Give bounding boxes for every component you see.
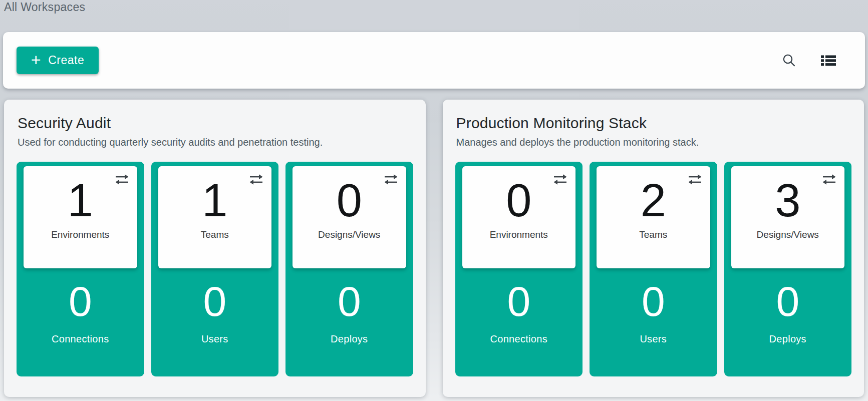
stat-value: 0 [69, 280, 92, 322]
toolbar-actions [779, 51, 839, 71]
plus-icon: + [31, 51, 41, 68]
stat-tile-designs-deploys[interactable]: 3 Designs/Views 0 Deploys [724, 162, 852, 376]
stat-value: 0 [506, 177, 531, 224]
workspace-description: Used for conducting quarterly security a… [18, 137, 413, 148]
stat-tile-top: 2 Teams [597, 166, 710, 268]
workspace-card-production-monitoring-stack[interactable]: Production Monitoring Stack Manages and … [443, 100, 864, 397]
stat-tile-bottom: 0 Connections [17, 268, 144, 376]
stat-label: Teams [201, 229, 229, 240]
stat-value: 0 [203, 280, 226, 322]
swap-horizontal-icon[interactable] [383, 173, 399, 188]
stat-tile-top: 0 Environments [462, 166, 576, 268]
stat-value: 0 [642, 280, 665, 322]
stat-label: Teams [639, 229, 667, 240]
swap-horizontal-icon[interactable] [687, 173, 703, 188]
stat-tile-bottom: 0 Deploys [724, 268, 852, 376]
stat-label: Environments [490, 229, 548, 240]
stat-value: 1 [68, 177, 93, 224]
stat-tile-teams-users[interactable]: 1 Teams 0 Users [151, 162, 279, 376]
stat-label: Designs/Views [318, 229, 380, 240]
stat-label: Deploys [331, 333, 368, 345]
stat-value: 2 [641, 177, 666, 224]
list-view-icon[interactable] [818, 52, 839, 70]
stat-label: Designs/Views [757, 229, 819, 240]
workspace-card-grid: Security Audit Used for conducting quart… [4, 100, 864, 397]
create-button-label: Create [48, 54, 84, 67]
stat-value: 3 [775, 177, 800, 224]
stat-label: Deploys [769, 333, 806, 345]
stat-tile-top: 0 Designs/Views [293, 166, 406, 268]
swap-horizontal-icon[interactable] [114, 173, 130, 188]
stat-tile-teams-users[interactable]: 2 Teams 0 Users [590, 162, 717, 376]
workspace-card-security-audit[interactable]: Security Audit Used for conducting quart… [4, 100, 426, 397]
workspaces-toolbar: + Create [3, 32, 865, 89]
stat-tile-top: 3 Designs/Views [731, 166, 845, 268]
stat-value: 1 [202, 177, 227, 224]
stat-value: 0 [507, 280, 530, 322]
stat-tile-bottom: 0 Deploys [285, 268, 413, 376]
create-workspace-button[interactable]: + Create [17, 47, 99, 74]
stat-tiles: 1 Environments 0 Connections [17, 162, 413, 376]
stat-tile-environments-connections[interactable]: 1 Environments 0 Connections [17, 162, 144, 376]
stat-tile-top: 1 Teams [158, 166, 272, 268]
stat-tile-bottom: 0 Connections [455, 268, 583, 376]
workspace-description: Manages and deploys the production monit… [456, 137, 852, 148]
stat-label: Connections [52, 333, 109, 345]
stat-value: 0 [338, 280, 361, 322]
stat-tile-bottom: 0 Users [151, 268, 279, 376]
swap-horizontal-icon[interactable] [552, 173, 568, 188]
search-icon[interactable] [779, 51, 799, 71]
workspace-name: Production Monitoring Stack [456, 115, 852, 132]
stat-label: Environments [51, 229, 109, 240]
swap-horizontal-icon[interactable] [248, 173, 264, 188]
stat-tiles: 0 Environments 0 Connections [455, 162, 852, 376]
stat-tile-environments-connections[interactable]: 0 Environments 0 Connections [455, 162, 583, 376]
stat-label: Users [640, 333, 667, 345]
stat-label: Users [201, 333, 228, 345]
workspace-name: Security Audit [18, 115, 413, 132]
stat-tile-designs-deploys[interactable]: 0 Designs/Views 0 Deploys [285, 162, 413, 376]
stat-label: Connections [490, 333, 547, 345]
stat-value: 0 [337, 177, 362, 224]
stat-tile-bottom: 0 Users [590, 268, 717, 376]
stat-value: 0 [776, 280, 799, 322]
stat-tile-top: 1 Environments [24, 166, 137, 268]
swap-horizontal-icon[interactable] [821, 173, 837, 188]
page-title: All Workspaces [4, 1, 85, 14]
